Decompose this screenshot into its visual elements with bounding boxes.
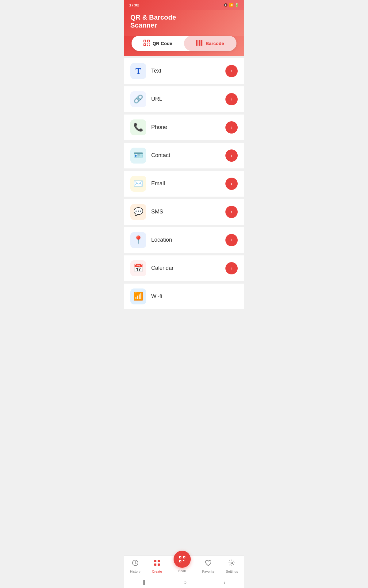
text-label: Text bbox=[151, 68, 161, 74]
svg-rect-11 bbox=[197, 40, 197, 46]
wifi-icon: 📶 bbox=[133, 292, 143, 301]
svg-rect-3 bbox=[148, 40, 149, 42]
app-header: QR & Barcode Scanner bbox=[124, 10, 244, 36]
text-icon: T bbox=[136, 66, 141, 76]
location-chevron[interactable]: › bbox=[225, 234, 238, 246]
url-icon: 🔗 bbox=[133, 94, 143, 104]
contact-chevron[interactable]: › bbox=[225, 149, 238, 162]
location-icon: 📍 bbox=[133, 235, 143, 245]
tab-barcode-label: Barcode bbox=[205, 41, 224, 46]
svg-rect-5 bbox=[144, 44, 145, 45]
svg-rect-8 bbox=[147, 45, 148, 46]
svg-rect-18 bbox=[203, 40, 203, 46]
wifi-icon-wrap: 📶 bbox=[130, 288, 146, 304]
svg-rect-6 bbox=[147, 43, 148, 44]
svg-rect-12 bbox=[198, 40, 198, 46]
sms-icon-wrap: 💬 bbox=[130, 204, 146, 220]
list-item-phone[interactable]: 📞 Phone › bbox=[124, 115, 244, 140]
contact-icon-wrap: 🪪 bbox=[130, 148, 146, 164]
calendar-icon-wrap: 📅 bbox=[130, 260, 146, 276]
menu-list: T Text › 🔗 URL › 📞 Phone › 🪪 bbox=[124, 56, 244, 314]
qr-icon bbox=[143, 40, 150, 47]
text-chevron[interactable]: › bbox=[225, 65, 238, 77]
list-item-calendar[interactable]: 📅 Calendar › bbox=[124, 255, 244, 281]
barcode-icon bbox=[196, 40, 203, 47]
battery-icon: 🔋 bbox=[235, 3, 239, 7]
tab-barcode[interactable]: Barcode bbox=[184, 36, 236, 51]
list-item-location[interactable]: 📍 Location › bbox=[124, 227, 244, 253]
tab-switcher: QR Code Barcode bbox=[132, 36, 236, 51]
signal-icon: 📶 bbox=[229, 3, 233, 7]
url-chevron[interactable]: › bbox=[225, 93, 238, 105]
status-bar: 17:02 🔇 📶 🔋 bbox=[124, 0, 244, 10]
text-icon-wrap: T bbox=[130, 63, 146, 79]
email-chevron[interactable]: › bbox=[225, 178, 238, 190]
status-icons: 🔇 📶 🔋 bbox=[224, 3, 239, 7]
email-label: Email bbox=[151, 180, 165, 187]
app-title: QR & Barcode Scanner bbox=[130, 13, 238, 30]
list-item-email[interactable]: ✉️ Email › bbox=[124, 171, 244, 197]
sms-chevron[interactable]: › bbox=[225, 206, 238, 218]
contact-icon: 🪪 bbox=[133, 151, 143, 160]
url-icon-wrap: 🔗 bbox=[130, 91, 146, 107]
svg-rect-13 bbox=[199, 40, 199, 46]
calendar-label: Calendar bbox=[151, 265, 174, 271]
email-icon-wrap: ✉️ bbox=[130, 176, 146, 192]
calendar-icon: 📅 bbox=[133, 263, 143, 273]
list-item-wifi[interactable]: 📶 Wi-fi › bbox=[124, 284, 244, 309]
list-item-url[interactable]: 🔗 URL › bbox=[124, 86, 244, 112]
phone-icon-wrap: 📞 bbox=[130, 119, 146, 135]
tab-qrcode-label: QR Code bbox=[152, 41, 172, 46]
mute-icon: 🔇 bbox=[224, 3, 228, 7]
svg-rect-15 bbox=[201, 40, 201, 46]
sms-icon: 💬 bbox=[133, 207, 143, 217]
status-time: 17:02 bbox=[129, 3, 139, 7]
list-item-contact[interactable]: 🪪 Contact › bbox=[124, 143, 244, 168]
svg-rect-9 bbox=[149, 45, 150, 46]
phone-label: Phone bbox=[151, 124, 167, 130]
calendar-chevron[interactable]: › bbox=[225, 262, 238, 274]
url-label: URL bbox=[151, 96, 162, 102]
list-item-sms[interactable]: 💬 SMS › bbox=[124, 199, 244, 225]
contact-label: Contact bbox=[151, 152, 170, 159]
svg-rect-14 bbox=[199, 40, 200, 46]
phone-icon: 📞 bbox=[133, 123, 143, 132]
svg-rect-17 bbox=[202, 40, 202, 46]
wifi-label: Wi-fi bbox=[151, 293, 162, 300]
svg-rect-1 bbox=[144, 40, 145, 42]
svg-rect-7 bbox=[149, 43, 150, 44]
svg-rect-16 bbox=[201, 40, 202, 46]
list-item-text[interactable]: T Text › bbox=[124, 58, 244, 84]
location-label: Location bbox=[151, 237, 172, 243]
location-icon-wrap: 📍 bbox=[130, 232, 146, 248]
email-icon: ✉️ bbox=[133, 179, 143, 188]
phone-chevron[interactable]: › bbox=[225, 121, 238, 134]
tab-qrcode[interactable]: QR Code bbox=[132, 36, 184, 51]
svg-rect-10 bbox=[196, 40, 197, 46]
sms-label: SMS bbox=[151, 209, 163, 215]
